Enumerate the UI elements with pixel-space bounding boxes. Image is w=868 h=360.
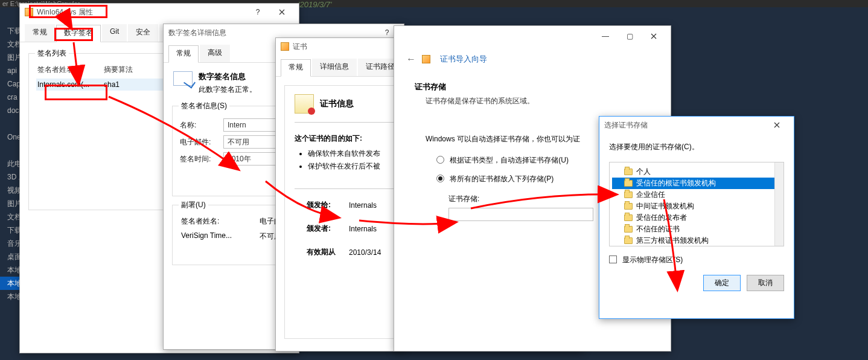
signer-info-label: 签名者信息(S): [179, 101, 229, 111]
properties-titlebar[interactable]: WinIo64.sys 属性 ?: [20, 4, 299, 21]
sigdetail-title: 数字签名详细信息: [168, 28, 226, 38]
name-label: 名称:: [180, 120, 223, 130]
sidebar-item[interactable]: api: [0, 64, 21, 77]
minimize-button[interactable]: —: [593, 28, 617, 44]
signature-icon: [173, 71, 193, 86]
signer-list-label: 签名列表: [35, 48, 69, 59]
tab-安全[interactable]: 安全: [128, 24, 158, 42]
cert-title: 证书: [293, 42, 307, 52]
cs-name: VeriSign Time...: [181, 231, 260, 242]
sidebar-item[interactable]: 本地: [0, 277, 21, 290]
sidebar-item[interactable]: 文档: [0, 210, 21, 223]
certificate-icon: [295, 94, 314, 114]
sidebar-item[interactable]: 视频: [0, 184, 21, 197]
tab-常规[interactable]: 常规: [168, 45, 199, 63]
issued-by-label: 颁发者:: [307, 223, 349, 234]
store-tree[interactable]: 个人受信任的根证书颁发机构企业信任中间证书颁发机构受信任的发布者不信任的证书第三…: [609, 162, 784, 246]
store-tree-item[interactable]: 第三方根证书颁发机构: [612, 235, 781, 246]
issued-to-value: Internals: [349, 201, 377, 210]
help-button[interactable]: ?: [246, 4, 270, 20]
close-button[interactable]: [642, 28, 666, 44]
store-titlebar[interactable]: 选择证书存储: [599, 117, 794, 133]
show-physical-label: 显示物理存储区(S): [622, 256, 683, 264]
store-tree-item[interactable]: 个人: [612, 166, 781, 178]
radio-manual-label: 将所有的证书都放入下列存储(P): [450, 175, 554, 183]
sidebar-item[interactable]: 此电脑: [0, 157, 21, 170]
certificate-small-icon: [281, 42, 289, 51]
folder-icon: [624, 203, 633, 210]
store-tree-item[interactable]: 中间证书颁发机构: [612, 201, 781, 212]
store-instruction: 选择要使用的证书存储(C)。: [609, 142, 784, 152]
siginfo-status: 此数字签名正常。: [199, 85, 257, 95]
close-button[interactable]: [270, 4, 294, 20]
tab-详细信息[interactable]: 详细信息: [312, 59, 357, 76]
store-dialog-title: 选择证书存储: [604, 120, 648, 130]
explorer-sidebar: 下载文档图片apiCapcradocOneD此电脑3D 对视频图片文档下载音乐桌…: [0, 24, 21, 360]
sidebar-item[interactable]: cra: [0, 91, 21, 104]
sidebar-item[interactable]: 文档: [0, 37, 21, 51]
ok-button[interactable]: 确定: [703, 275, 741, 291]
maximize-button[interactable]: ▢: [617, 28, 642, 44]
properties-title: WinIo64.sys 属性: [37, 7, 93, 18]
close-button[interactable]: [765, 117, 789, 133]
sidebar-item[interactable]: 桌面: [0, 250, 21, 263]
tab-Git[interactable]: Git: [102, 24, 127, 42]
tab-常规[interactable]: 常规: [25, 24, 55, 42]
store-tree-item[interactable]: 受信任的发布者: [612, 212, 781, 223]
radio-manual[interactable]: [436, 175, 444, 182]
tree-scrollbar[interactable]: [774, 162, 783, 246]
certinfo-heading: 证书信息: [320, 98, 354, 109]
folder-icon: [624, 237, 633, 244]
folder-icon: [624, 180, 633, 187]
folder-icon: [624, 191, 633, 198]
sidebar-item[interactable]: OneD: [0, 130, 21, 144]
store-input[interactable]: [448, 208, 593, 221]
sidebar-item[interactable]: 图片: [0, 197, 21, 210]
issued-to-label: 颁发给:: [307, 200, 349, 210]
store-tree-item[interactable]: 受信任的根证书颁发机构: [612, 178, 781, 189]
col-signer-name: 签名者姓名:: [37, 65, 104, 75]
store-section-title: 证书存储: [415, 82, 650, 92]
back-arrow-icon[interactable]: ←: [406, 54, 416, 65]
sidebar-item[interactable]: 下载: [0, 24, 21, 37]
signer-algo-cell: sha1: [104, 80, 120, 89]
store-tree-item[interactable]: 企业信任: [612, 189, 781, 201]
siginfo-heading: 数字签名信息: [199, 71, 257, 82]
radio-auto[interactable]: [436, 156, 444, 164]
sidebar-item[interactable]: 本地: [0, 263, 21, 277]
wizard-icon: [422, 55, 430, 63]
wizard-title: 证书导入向导: [440, 54, 487, 65]
folder-icon: [624, 169, 633, 175]
email-label: 电子邮件:: [180, 137, 223, 147]
cancel-button[interactable]: 取消: [747, 275, 784, 291]
signer-name-cell: Internals.com(...: [37, 80, 104, 89]
sidebar-item[interactable]: 下载: [0, 223, 21, 237]
sidebar-item[interactable]: Cap: [0, 77, 21, 91]
valid-value: 2010/3/14: [349, 248, 381, 257]
folder-icon: [624, 214, 633, 221]
radio-auto-label: 根据证书类型，自动选择证书存储(U): [450, 156, 569, 164]
col-digest-algo: 摘要算法: [104, 65, 133, 75]
sidebar-item[interactable]: [0, 117, 21, 130]
tab-高级[interactable]: 高级: [200, 45, 230, 62]
sidebar-item[interactable]: 图片: [0, 51, 21, 64]
issued-by-value: Internals: [349, 225, 377, 233]
wizard-titlebar[interactable]: — ▢: [394, 26, 671, 47]
show-physical-checkbox[interactable]: [609, 256, 617, 263]
store-section-desc: 证书存储是保存证书的系统区域。: [426, 96, 650, 106]
store-tree-item[interactable]: 不信任的证书: [612, 223, 781, 235]
sidebar-item[interactable]: 本地: [0, 290, 21, 303]
sidebar-item[interactable]: 音乐: [0, 237, 21, 250]
sidebar-item[interactable]: [0, 144, 21, 157]
sidebar-item[interactable]: 3D 对: [0, 170, 21, 184]
tab-数字签名[interactable]: 数字签名: [56, 25, 101, 42]
valid-label: 有效期从: [307, 247, 349, 257]
folder-icon: [624, 226, 633, 233]
ide-editor-text: '2019/3/7': [298, 0, 332, 9]
select-store-dialog: 选择证书存储 选择要使用的证书存储(C)。 个人受信任的根证书颁发机构企业信任中…: [599, 116, 794, 319]
show-physical-row[interactable]: 显示物理存储区(S): [609, 255, 784, 265]
cs-col-name: 签名者姓名:: [181, 216, 260, 227]
tab-常规[interactable]: 常规: [281, 59, 311, 77]
sidebar-item[interactable]: doc: [0, 104, 21, 117]
countersig-label: 副署(U): [179, 200, 208, 210]
